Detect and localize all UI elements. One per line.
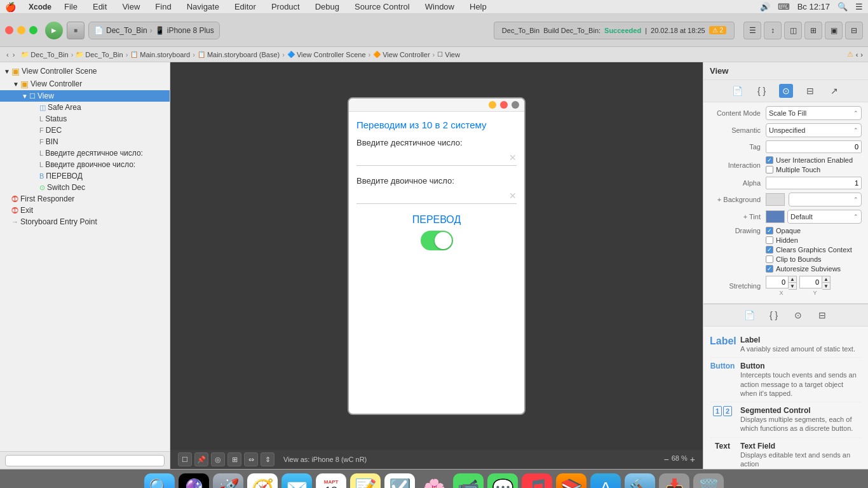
lib-icon-2[interactable]: { } — [767, 308, 781, 322]
menu-editor[interactable]: Editor — [232, 2, 259, 11]
menu-product[interactable]: Product — [269, 2, 302, 11]
phone-switch-dec[interactable] — [421, 231, 453, 250]
menu-debug[interactable]: Debug — [313, 2, 342, 11]
alpha-input[interactable] — [766, 177, 862, 189]
tree-item-button[interactable]: B ПЕРЕВОД — [0, 170, 170, 182]
view-toggle-2[interactable]: ⊟ — [845, 22, 863, 39]
content-mode-select[interactable]: Scale To Fill ⌃ — [766, 106, 862, 120]
clears-graphics-checkbox[interactable]: ✓ — [766, 246, 773, 254]
dock-siri[interactable]: 🔮 — [179, 473, 209, 489]
menu-file[interactable]: File — [62, 2, 80, 11]
phone-dot-red[interactable] — [500, 101, 508, 109]
breadcrumb-item-7[interactable]: ☐View — [437, 51, 460, 58]
list-icon[interactable]: ☰ — [855, 2, 863, 11]
dock-finder[interactable]: 🔍 — [144, 473, 175, 489]
stretch-y-input[interactable] — [799, 276, 822, 288]
breadcrumb-item-3[interactable]: 📋Main.storyboard — [130, 51, 190, 58]
phone-input-dec[interactable]: ✕ — [356, 150, 517, 166]
lib-icon-4[interactable]: ⊟ — [815, 308, 829, 322]
tree-item-dec[interactable]: F DEC — [0, 125, 170, 136]
debug-toggle[interactable]: ↕ — [764, 22, 782, 39]
dock-downloads[interactable]: 📥 — [659, 473, 689, 489]
lib-icon-1[interactable]: 📄 — [743, 308, 757, 322]
run-button[interactable] — [45, 22, 63, 39]
breadcrumb-item-5[interactable]: 🔷View Controller Scene — [287, 51, 366, 58]
navigator-filter-input[interactable] — [5, 455, 165, 466]
phone-clear-dec[interactable]: ✕ — [509, 152, 517, 163]
close-button[interactable] — [5, 26, 13, 34]
inspector-file-icon[interactable]: 📄 — [731, 84, 745, 98]
tint-select[interactable]: Default ⌃ — [787, 210, 862, 224]
multiple-touch-checkbox[interactable] — [766, 166, 773, 173]
navigator-toggle[interactable]: ☰ — [743, 22, 761, 39]
background-color-box[interactable] — [766, 193, 785, 206]
inspector-connections-icon[interactable]: ↗ — [827, 84, 841, 98]
canvas-icon-3[interactable]: ◎ — [211, 452, 225, 466]
hidden-checkbox[interactable] — [766, 236, 773, 244]
dock-photos[interactable]: 🌸 — [419, 473, 449, 489]
zoom-in[interactable]: + — [690, 454, 695, 464]
inspector-quick-help-icon[interactable]: { } — [755, 84, 769, 98]
phone-dot-close[interactable] — [512, 101, 519, 109]
dock-facetime[interactable]: 📹 — [453, 473, 484, 489]
canvas-icon-2[interactable]: 📌 — [194, 452, 208, 466]
dock-reminders[interactable]: ☑️ — [384, 473, 415, 489]
tree-item-bin[interactable]: F BIN — [0, 136, 170, 147]
phone-button-translate[interactable]: ПЕРЕВОД — [356, 214, 517, 226]
tree-item-label1[interactable]: L Введите десятичное число: — [0, 147, 170, 159]
dock-launchpad[interactable]: 🚀 — [213, 473, 243, 489]
tree-item-exit[interactable]: ⓵ Exit — [0, 205, 170, 216]
apple-menu[interactable]: 🍎 — [5, 2, 16, 12]
background-select[interactable]: ⌃ — [789, 193, 862, 207]
stretch-x-down[interactable]: ▼ — [789, 283, 796, 289]
scheme-selector[interactable]: 📄 Dec_To_Bin › 📱 iPhone 8 Plus — [88, 22, 220, 39]
lib-icon-3[interactable]: ⊙ — [791, 308, 805, 322]
menu-window[interactable]: Window — [423, 2, 457, 11]
dock-notes[interactable]: 📝 — [350, 473, 381, 489]
zoom-out[interactable]: − — [664, 454, 669, 464]
menu-view[interactable]: View — [119, 2, 142, 11]
inspector-attributes-icon[interactable]: ⊙ — [779, 84, 793, 98]
breadcrumb-back[interactable]: ‹ — [5, 51, 10, 58]
stretch-y-up[interactable]: ▲ — [822, 276, 830, 283]
stretch-x-input[interactable] — [766, 276, 789, 288]
tree-item-safearea[interactable]: ◫ Safe Area — [0, 102, 170, 113]
view-toggle-1[interactable]: ▣ — [825, 22, 843, 39]
warning-nav-back[interactable]: ‹ — [856, 51, 858, 58]
tint-color-box[interactable] — [766, 210, 785, 223]
tree-item-status[interactable]: L Status — [0, 113, 170, 125]
maximize-button[interactable] — [29, 26, 37, 34]
tree-item-switch[interactable]: ⊙ Switch Dec — [0, 182, 170, 193]
tree-item-entry[interactable]: → Storyboard Entry Point — [0, 216, 170, 227]
inspector-size-icon[interactable]: ⊟ — [803, 84, 817, 98]
app-name[interactable]: Xcode — [29, 3, 51, 11]
tree-item-responder[interactable]: ⓵ First Responder — [0, 193, 170, 205]
semantic-select[interactable]: Unspecified ⌃ — [766, 123, 862, 137]
clip-bounds-checkbox[interactable] — [766, 255, 773, 263]
dock-appstore[interactable]: A — [590, 473, 621, 489]
tag-input[interactable] — [766, 140, 862, 153]
breadcrumb-item-4[interactable]: 📋Main.storyboard (Base) — [198, 51, 280, 58]
tree-item-view[interactable]: ▼ ☐ View — [0, 90, 170, 102]
user-interaction-checkbox[interactable]: ✓ — [766, 156, 773, 164]
breadcrumb-item-6[interactable]: 🔶View Controller — [373, 51, 430, 58]
breadcrumb-forward[interactable]: › — [11, 51, 17, 58]
minimize-button[interactable] — [17, 26, 25, 34]
warning-nav-fwd[interactable]: › — [860, 51, 863, 58]
dock-itunes[interactable]: 🎵 — [522, 473, 552, 489]
menu-find[interactable]: Find — [153, 2, 173, 11]
dock-mail[interactable]: ✉️ — [281, 473, 312, 489]
search-icon[interactable]: 🔍 — [837, 2, 848, 11]
canvas-icon-1[interactable]: ☐ — [178, 452, 192, 466]
tree-item-vc[interactable]: ▼ ▣ View Controller — [0, 78, 170, 90]
stretch-y-down[interactable]: ▼ — [822, 283, 830, 289]
canvas-icon-6[interactable]: ⇕ — [261, 452, 275, 466]
phone-clear-bin[interactable]: ✕ — [509, 191, 517, 201]
phone-input-bin[interactable]: ✕ — [356, 188, 517, 204]
menu-navigate[interactable]: Navigate — [184, 2, 222, 11]
menu-help[interactable]: Help — [467, 2, 489, 11]
layout-toggle[interactable]: ⊞ — [804, 22, 822, 39]
autoresize-checkbox[interactable]: ✓ — [766, 265, 773, 273]
phone-dot-yellow[interactable] — [489, 101, 496, 109]
tree-item-vcs[interactable]: ▼ ▣ View Controller Scene — [0, 65, 170, 78]
